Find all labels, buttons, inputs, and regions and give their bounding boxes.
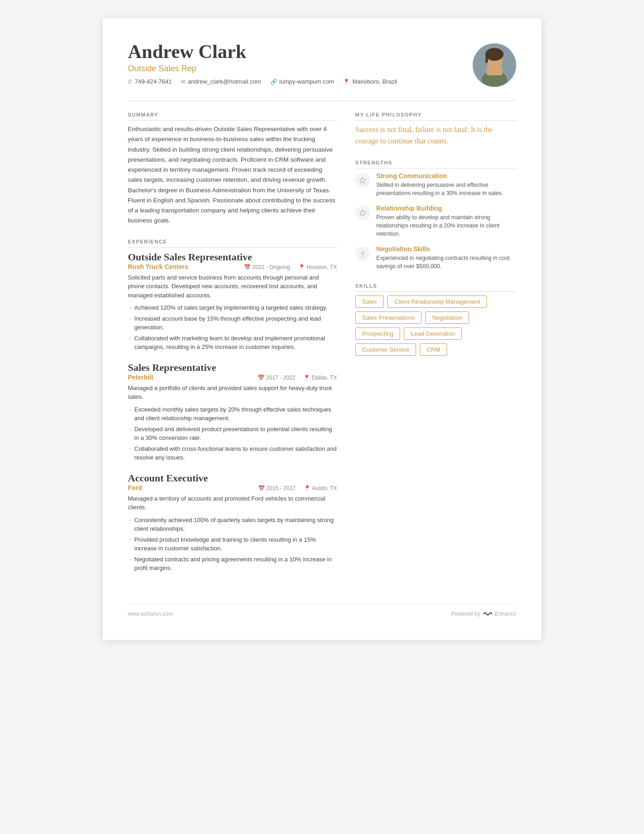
- skill-tag-6: Customer Service: [355, 343, 416, 356]
- job-title-1: Outside Sales Representative: [128, 251, 337, 263]
- experience-label: EXPERIENCE: [128, 239, 337, 248]
- location-item: 📍 Marioboro, Brazil: [343, 78, 397, 85]
- strength-item-2: Relationship Building Proven ability to …: [355, 205, 516, 238]
- svg-point-8: [361, 252, 364, 254]
- job-entry-1: Outside Sales Representative Rush Truck …: [128, 251, 337, 352]
- job-bullets-2: Exceeded monthly sales targets by 20% th…: [128, 405, 337, 462]
- job-meta-1: 📅 2022 - Ongoing 📍 Houston, TX: [244, 264, 337, 270]
- job-desc-3: Managed a territory of accounts and prom…: [128, 494, 337, 512]
- svg-marker-6: [359, 177, 365, 183]
- job-meta-3: 📅 2015 - 2017 📍 Austin, TX: [258, 485, 337, 491]
- location-icon: 📍: [343, 79, 350, 85]
- strength-item-1: Strong Communication Skilled in deliveri…: [355, 172, 516, 197]
- bullet-1-3: Collaborated with marketing team to deve…: [128, 334, 337, 352]
- strength-desc-1: Skilled in delivering persuasive and eff…: [376, 181, 516, 197]
- strength-title-3: Negotiation Skills: [376, 245, 516, 253]
- phone-icon: ✆: [128, 79, 132, 85]
- resume-page: Andrew Clark Outside Sales Rep ✆ 749-424…: [103, 18, 541, 640]
- calendar-icon-1: 📅: [244, 264, 251, 270]
- skill-tag-2: Sales Presentations: [355, 311, 422, 324]
- svg-rect-5: [486, 56, 488, 63]
- bullet-3-3: Negotiated contracts and pricing agreeme…: [128, 555, 337, 573]
- strength-content-3: Negotiation Skills Experienced in negoti…: [376, 245, 516, 270]
- email-icon: ✉: [181, 79, 185, 85]
- website-item: 🔗 lumpy-wampum.com: [270, 78, 334, 85]
- contact-row: ✆ 749-424-7641 ✉ andrew_clark@hotmail.co…: [128, 78, 473, 85]
- strength-content-2: Relationship Building Proven ability to …: [376, 205, 516, 238]
- job-dates-3: 📅 2015 - 2017: [258, 485, 296, 491]
- svg-rect-3: [486, 67, 502, 75]
- pin-icon-1: 📍: [298, 264, 305, 270]
- job-desc-2: Managed a portfolio of clients and provi…: [128, 384, 337, 401]
- website-value: lumpy-wampum.com: [280, 78, 334, 85]
- strengths-section: STRENGTHS Strong Communication Skilled i…: [355, 160, 516, 271]
- enhancv-logo: Enhancv: [483, 611, 516, 617]
- footer-website: www.enhancv.com: [128, 611, 173, 617]
- job-title-3: Account Executive: [128, 472, 337, 484]
- svg-marker-7: [359, 210, 365, 216]
- strength-icon-2: [355, 206, 370, 220]
- skill-tag-4: Prospecting: [355, 327, 401, 340]
- phone-item: ✆ 749-424-7641: [128, 78, 172, 85]
- skill-tag-1: Client Relationship Management: [387, 296, 487, 308]
- philosophy-label: MY LIFE PHILOSOPHY: [355, 112, 516, 121]
- job-location-1: 📍 Houston, TX: [298, 264, 337, 270]
- strength-title-1: Strong Communication: [376, 172, 516, 179]
- brand-name: Enhancv: [495, 611, 516, 617]
- skill-tag-5: Lead Generation: [404, 327, 462, 340]
- bullet-2-1: Exceeded monthly sales targets by 20% th…: [128, 405, 337, 423]
- job-meta-2: 📅 2017 - 2022 📍 Dallas, TX: [258, 375, 337, 381]
- summary-label: SUMMARY: [128, 112, 337, 121]
- calendar-icon-3: 📅: [258, 485, 265, 491]
- bullet-3-2: Provided product knowledge and training …: [128, 535, 337, 553]
- calendar-icon-2: 📅: [258, 375, 264, 381]
- summary-text: Enthusiastic and results-driven Outside …: [128, 124, 337, 226]
- strength-icon-3: [355, 246, 370, 261]
- job-bullets-3: Consistently achieved 100% of quarterly …: [128, 516, 337, 573]
- right-column: MY LIFE PHILOSOPHY Success is not final,…: [355, 112, 516, 586]
- pin-icon-3: 📍: [304, 485, 311, 491]
- job-desc-1: Solicited parts and service business fro…: [128, 273, 337, 300]
- bullet-3-1: Consistently achieved 100% of quarterly …: [128, 516, 337, 533]
- footer-brand: Powered by Enhancv: [451, 611, 516, 617]
- skill-tag-3: Negotiation: [425, 311, 469, 324]
- strength-title-2: Relationship Building: [376, 205, 516, 212]
- header-section: Andrew Clark Outside Sales Rep ✆ 749-424…: [128, 41, 516, 87]
- skill-tag-0: Sales: [355, 296, 384, 308]
- job-location-2: 📍 Dallas, TX: [303, 375, 337, 381]
- job-title-2: Sales Representative: [128, 362, 337, 374]
- email-value: andrew_clark@hotmail.com: [188, 78, 261, 85]
- skill-tag-7: CRM: [420, 343, 447, 356]
- strength-content-1: Strong Communication Skilled in deliveri…: [376, 172, 516, 197]
- two-col-layout: SUMMARY Enthusiastic and results-driven …: [128, 112, 516, 586]
- job-dates-2: 📅 2017 - 2022: [258, 375, 295, 381]
- job-meta-row-2: Peterbilt 📅 2017 - 2022 📍 Dallas, TX: [128, 374, 337, 381]
- website-icon: 🔗: [270, 79, 277, 85]
- job-company-1: Rush Truck Centers: [128, 263, 188, 270]
- summary-section: SUMMARY Enthusiastic and results-driven …: [128, 112, 337, 226]
- skills-grid: Sales Client Relationship Management Sal…: [355, 296, 516, 356]
- job-entry-2: Sales Representative Peterbilt 📅 2017 - …: [128, 362, 337, 462]
- bullet-1-1: Achieved 120% of sales target by impleme…: [128, 303, 337, 312]
- bullet-2-3: Collaborated with cross-functional teams…: [128, 444, 337, 462]
- phone-value: 749-424-7641: [135, 78, 172, 85]
- powered-by-label: Powered by: [451, 611, 480, 617]
- job-meta-row-1: Rush Truck Centers 📅 2022 - Ongoing 📍 Ho…: [128, 263, 337, 270]
- job-location-3: 📍 Austin, TX: [304, 485, 337, 491]
- candidate-name: Andrew Clark: [128, 41, 473, 62]
- job-company-3: Ford: [128, 484, 142, 491]
- strength-item-3: Negotiation Skills Experienced in negoti…: [355, 245, 516, 270]
- skills-label: SKILLS: [355, 283, 516, 292]
- job-bullets-1: Achieved 120% of sales target by impleme…: [128, 303, 337, 352]
- left-column: SUMMARY Enthusiastic and results-driven …: [128, 112, 337, 586]
- skills-section: SKILLS Sales Client Relationship Managem…: [355, 283, 516, 356]
- bullet-2-2: Developed and delivered product presenta…: [128, 425, 337, 443]
- header-divider: [128, 100, 516, 101]
- footer: www.enhancv.com Powered by Enhancv: [128, 604, 516, 617]
- bullet-1-2: Increased account base by 15% through ef…: [128, 314, 337, 332]
- strengths-label: STRENGTHS: [355, 160, 516, 169]
- experience-section: EXPERIENCE Outside Sales Representative …: [128, 239, 337, 573]
- strength-desc-2: Proven ability to develop and maintain s…: [376, 213, 516, 238]
- candidate-title: Outside Sales Rep: [128, 64, 473, 74]
- philosophy-text: Success is not final, failure is not fat…: [355, 124, 516, 147]
